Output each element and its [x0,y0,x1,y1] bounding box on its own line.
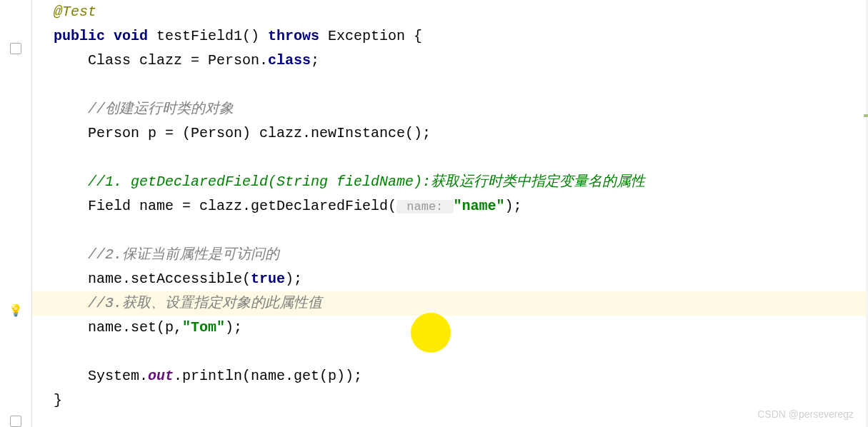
method-fold-icon-bottom[interactable] [10,416,21,427]
code-line-empty [32,146,868,170]
code-text: .println(name.get(p)); [174,368,362,384]
code-line-empty [32,340,868,364]
code-line: Field name = clazz.getDeclaredField( nam… [32,194,868,218]
string-literal: "name" [454,198,505,214]
editor-gutter: 💡 [0,0,32,427]
code-area[interactable]: @Test public void testField1() throws Ex… [32,0,868,427]
code-line: public void testField1() throws Exceptio… [32,24,868,49]
keyword-throws: throws [268,28,319,44]
code-line: System.out.println(name.get(p)); [32,364,868,388]
watermark-text: CSDN @perseveregz [757,408,854,420]
string-literal: "Tom" [182,319,225,336]
cursor-highlight-circle [411,313,451,353]
comment: //创建运行时类的对象 [54,101,234,117]
static-field-out: out [148,368,174,384]
code-text: name.setAccessible( [54,271,251,287]
code-text: } [54,392,62,408]
code-text: Person p = (Person) clazz.newInstance(); [54,125,431,141]
keyword-true: true [251,271,285,287]
comment: //2.保证当前属性是可访问的 [54,246,279,263]
code-line: Class clazz = Person.class; [32,49,868,73]
code-line-empty [32,73,868,97]
method-fold-icon-top[interactable] [10,43,21,54]
code-line-highlighted: //3.获取、设置指定对象的此属性值 [32,291,868,316]
keyword-public: public [54,28,105,44]
comment: //3.获取、设置指定对象的此属性值 [54,295,322,311]
intention-bulb-icon[interactable]: 💡 [9,303,23,318]
parameter-hint: name: [396,200,453,214]
comment: //1. getDeclaredField(String fieldName):… [54,174,645,190]
code-text: Field name = clazz.getDeclaredField( [54,198,396,214]
code-editor: 💡 @Test public void testField1() throws … [0,0,868,427]
code-line: //创建运行时类的对象 [32,97,868,121]
code-line: //1. getDeclaredField(String fieldName):… [32,170,868,194]
code-line: @Test [32,0,868,24]
code-text: Class clazz = Person. [54,52,268,69]
editor-marker[interactable] [864,114,868,117]
code-line-empty [32,218,868,243]
code-line: //2.保证当前属性是可访问的 [32,243,868,267]
keyword-void: void [114,28,148,44]
annotation: @Test [54,4,96,20]
exception-text: Exception { [319,28,422,44]
code-line: Person p = (Person) clazz.newInstance(); [32,121,868,146]
code-line: name.setAccessible(true); [32,267,868,291]
code-text: ); [285,271,302,287]
code-line: } [32,388,868,413]
code-text: name.set(p, [54,319,182,336]
keyword-class: class [268,52,311,69]
code-text: ); [225,319,242,336]
code-text: System. [54,368,148,384]
code-text: ); [505,198,522,214]
code-text: ; [311,52,319,69]
method-name: testField1() [148,28,268,44]
